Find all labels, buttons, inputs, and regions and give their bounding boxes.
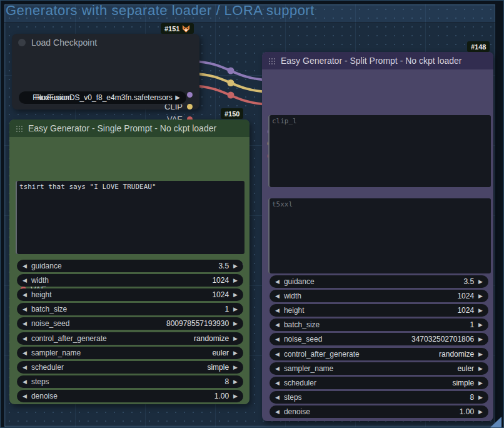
prompt-textarea[interactable]: tshirt that says "I LOVE TRUDEAU" xyxy=(16,181,244,254)
decrement-arrow-icon[interactable]: ◀ xyxy=(275,308,280,313)
increment-arrow-icon[interactable]: ▶ xyxy=(478,337,483,342)
decrement-arrow-icon[interactable]: ◀ xyxy=(275,337,280,342)
increment-arrow-icon[interactable]: ▶ xyxy=(478,366,483,372)
decrement-arrow-icon[interactable]: ◀ xyxy=(23,350,27,356)
increment-arrow-icon[interactable]: ▶ xyxy=(233,394,238,399)
decrement-arrow-icon[interactable]: ◀ xyxy=(23,263,27,269)
increment-arrow-icon[interactable]: ▶ xyxy=(478,352,483,357)
widget-value: 1.00 xyxy=(214,392,229,400)
combo-prev-arrow-icon[interactable]: ◀ xyxy=(38,94,43,101)
widget-label: batch_size xyxy=(31,305,67,313)
decrement-arrow-icon[interactable]: ◀ xyxy=(23,278,27,283)
ckpt-name-combo[interactable]: FluxFusionDS_v0_f8_e4m3fn.safetensors Fl… xyxy=(18,91,187,104)
widget-width[interactable]: ◀width1024▶ xyxy=(17,274,243,287)
node-title: Easy Generator - Single Prompt - No ckpt… xyxy=(28,123,216,133)
decrement-arrow-icon[interactable]: ◀ xyxy=(275,380,280,386)
node-title: Easy Generator - Split Prompt - No ckpt … xyxy=(281,56,461,66)
increment-arrow-icon[interactable]: ▶ xyxy=(478,409,483,415)
decrement-arrow-icon[interactable]: ◀ xyxy=(23,394,27,399)
increment-arrow-icon[interactable]: ▶ xyxy=(233,321,238,327)
widget-value: 8 xyxy=(224,377,229,386)
widget-value: 347032502701806 xyxy=(411,335,474,344)
increment-arrow-icon[interactable]: ▶ xyxy=(478,322,483,328)
widget-denoise[interactable]: ◀denoise1.00▶ xyxy=(17,390,243,402)
widget-value: randomize xyxy=(194,334,229,343)
widget-guidance[interactable]: ◀guidance3.5▶ xyxy=(17,260,243,272)
decrement-arrow-icon[interactable]: ◀ xyxy=(275,352,280,357)
widget-label: control_after_generate xyxy=(284,350,360,359)
decrement-arrow-icon[interactable]: ◀ xyxy=(23,307,27,312)
widget-batch-size[interactable]: ◀batch_size1▶ xyxy=(270,318,488,331)
widget-noise-seed[interactable]: ◀noise_seed347032502701806▶ xyxy=(270,333,488,345)
decrement-arrow-icon[interactable]: ◀ xyxy=(275,409,280,415)
widget-value: simple xyxy=(207,363,229,372)
increment-arrow-icon[interactable]: ▶ xyxy=(478,395,483,400)
widget-control-after-generate[interactable]: ◀control_after_generaterandomize▶ xyxy=(17,332,243,345)
increment-arrow-icon[interactable]: ▶ xyxy=(233,350,238,356)
widget-steps[interactable]: ◀steps8▶ xyxy=(270,391,488,404)
widget-scheduler[interactable]: ◀schedulersimple▶ xyxy=(270,377,488,389)
decrement-arrow-icon[interactable]: ◀ xyxy=(275,293,280,299)
split-prompt-generator-node[interactable]: Easy Generator - Split Prompt - No ckpt … xyxy=(262,52,493,421)
widget-label: sampler_name xyxy=(284,364,333,373)
widget-width[interactable]: ◀width1024▶ xyxy=(270,290,488,302)
widget-height[interactable]: ◀height1024▶ xyxy=(17,288,243,301)
widget-value: 8 xyxy=(470,393,474,402)
widget-value: euler xyxy=(212,349,229,357)
clip-l-prompt-textarea[interactable]: clip_l xyxy=(268,115,491,187)
decrement-arrow-icon[interactable]: ◀ xyxy=(275,322,280,328)
widget-label: steps xyxy=(284,393,302,402)
load-checkpoint-node[interactable]: Load Checkpoint MODEL CLIP VAE FluxFusio… xyxy=(12,34,199,110)
increment-arrow-icon[interactable]: ▶ xyxy=(478,279,483,285)
node-resize-handle[interactable] xyxy=(490,417,501,427)
increment-arrow-icon[interactable]: ▶ xyxy=(478,308,483,313)
single-node-header[interactable]: Easy Generator - Single Prompt - No ckpt… xyxy=(9,120,249,137)
increment-arrow-icon[interactable]: ▶ xyxy=(233,292,238,298)
decrement-arrow-icon[interactable]: ◀ xyxy=(275,395,280,400)
widget-height[interactable]: ◀height1024▶ xyxy=(270,304,488,317)
widget-guidance[interactable]: ◀guidance3.5▶ xyxy=(270,275,488,288)
widget-steps[interactable]: ◀steps8▶ xyxy=(17,375,243,388)
decrement-arrow-icon[interactable]: ◀ xyxy=(23,321,27,327)
decrement-arrow-icon[interactable]: ◀ xyxy=(23,292,27,298)
widget-control-after-generate[interactable]: ◀control_after_generaterandomize▶ xyxy=(270,348,488,360)
increment-arrow-icon[interactable]: ▶ xyxy=(233,307,238,312)
group-title[interactable]: Generators with separate loader / LORA s… xyxy=(6,3,315,19)
load-checkpoint-header[interactable]: Load Checkpoint xyxy=(12,34,199,51)
node-graph-canvas[interactable]: Generators with separate loader / LORA s… xyxy=(0,0,504,428)
clip-port-dot[interactable] xyxy=(187,104,193,110)
collapse-toggle-icon[interactable] xyxy=(18,39,26,46)
t5xxl-prompt-textarea[interactable]: t5xxl xyxy=(268,198,491,273)
decrement-arrow-icon[interactable]: ◀ xyxy=(23,336,27,342)
node-id-badge-148: #148 xyxy=(467,41,490,52)
split-node-header[interactable]: Easy Generator - Split Prompt - No ckpt … xyxy=(262,52,493,69)
increment-arrow-icon[interactable]: ▶ xyxy=(233,278,238,283)
decrement-arrow-icon[interactable]: ◀ xyxy=(23,365,27,370)
widget-scheduler[interactable]: ◀schedulersimple▶ xyxy=(17,361,243,374)
single-prompt-generator-node[interactable]: Easy Generator - Single Prompt - No ckpt… xyxy=(9,120,249,404)
increment-arrow-icon[interactable]: ▶ xyxy=(233,263,238,269)
decrement-arrow-icon[interactable]: ◀ xyxy=(23,379,27,385)
widget-sampler-name[interactable]: ◀sampler_nameeuler▶ xyxy=(17,347,243,359)
increment-arrow-icon[interactable]: ▶ xyxy=(233,379,238,385)
decrement-arrow-icon[interactable]: ◀ xyxy=(275,279,280,285)
widget-sampler-name[interactable]: ◀sampler_nameeuler▶ xyxy=(270,362,488,375)
node-id-label: #151 xyxy=(164,25,179,33)
widget-label: width xyxy=(284,292,301,300)
increment-arrow-icon[interactable]: ▶ xyxy=(233,365,238,370)
widget-value: 1024 xyxy=(457,292,474,300)
widget-noise-seed[interactable]: ◀noise_seed800978557193930▶ xyxy=(17,317,243,330)
model-port-dot[interactable] xyxy=(187,92,193,98)
widget-label: height xyxy=(284,306,305,315)
widget-label: scheduler xyxy=(284,379,316,387)
increment-arrow-icon[interactable]: ▶ xyxy=(478,293,483,299)
combo-next-arrow-icon[interactable]: ▶ xyxy=(175,94,180,101)
widget-label: guidance xyxy=(284,277,315,286)
widget-batch-size[interactable]: ◀batch_size1▶ xyxy=(17,303,243,315)
increment-arrow-icon[interactable]: ▶ xyxy=(478,380,483,386)
decrement-arrow-icon[interactable]: ◀ xyxy=(275,366,280,372)
widget-label: noise_seed xyxy=(31,319,69,328)
increment-arrow-icon[interactable]: ▶ xyxy=(233,336,238,342)
widget-denoise[interactable]: ◀denoise1.00▶ xyxy=(270,405,488,418)
widget-label: denoise xyxy=(284,407,310,416)
